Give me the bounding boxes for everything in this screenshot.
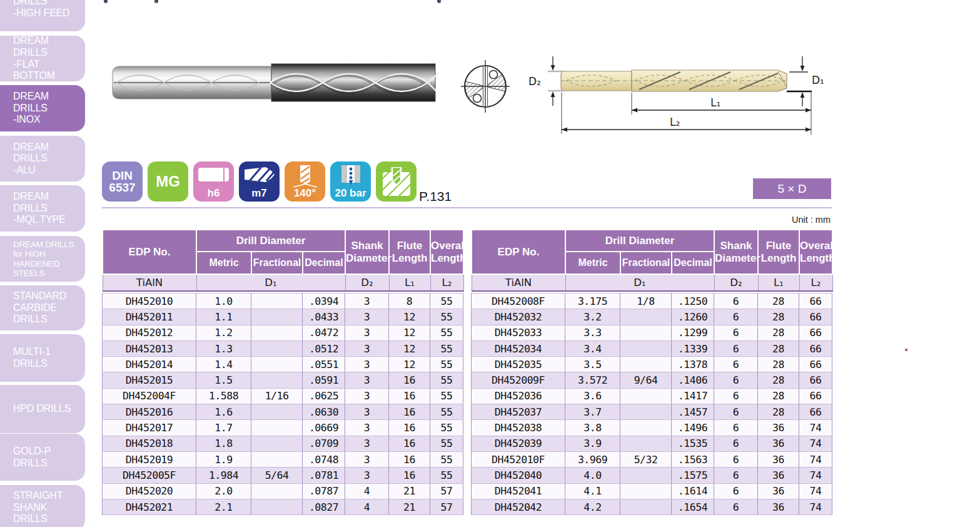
sidebar-item-dream-drills-flat-bottom[interactable]: DREAM DRILLS -FLAT BOTTOM (0, 36, 85, 81)
table-cell: 55 (430, 436, 463, 451)
table-cell: 4.0 (565, 468, 620, 483)
subheader-d2: D₂ (345, 274, 389, 291)
table-cell: 3.8 (565, 420, 620, 436)
col-header-overall: Overall Length (430, 230, 463, 274)
sidebar-item-multi-1-drills[interactable]: MULTI-1 DRILLS (0, 334, 85, 382)
table-cell: DH452038 (472, 420, 565, 436)
table-cell (620, 404, 672, 420)
table-cell: 74 (799, 468, 832, 483)
table-cell: .0781 (303, 468, 345, 483)
table-cell: 3 (345, 451, 389, 467)
table-cell: 1.4 (196, 357, 251, 372)
table-cell: 74 (799, 499, 832, 514)
table-cell: 12 (389, 309, 430, 325)
table-cell: 3.9 (565, 436, 620, 451)
coolant-pressure-badge: 20 bar (330, 161, 371, 202)
table-cell (620, 420, 672, 436)
badge-label: DIN 6537 (102, 161, 143, 202)
table-row: DH4520353.5.137862866 (472, 357, 832, 372)
table-cell: 36 (758, 499, 799, 514)
table-cell: 66 (799, 340, 832, 356)
table-cell: 21 (389, 499, 430, 514)
sidebar-item-dream-drills-inox[interactable]: DREAM DRILLS -INOX (0, 85, 85, 131)
sidebar-item-straight-shank-drills[interactable]: STRAIGHT SHANK DRILLS (0, 485, 85, 527)
table-row: DH452008F3.1751/8.125062866 (472, 294, 832, 309)
table-cell: 6 (714, 325, 758, 340)
table-cell: 28 (758, 404, 799, 420)
table-cell: .0472 (303, 325, 345, 340)
table-cell: 74 (799, 483, 832, 499)
table-cell: 36 (758, 436, 799, 451)
table-cell: 66 (799, 309, 832, 325)
table-cell: 8 (389, 294, 430, 309)
table-row: DH4520101.0.03943855 (103, 294, 463, 309)
col-header-flute: Flute Length (758, 230, 799, 274)
table-cell: 55 (430, 309, 463, 325)
table-cell: 6 (714, 404, 758, 420)
table-cell: 4.1 (565, 483, 620, 499)
table-cell: 6 (714, 420, 758, 436)
table-cell: 66 (799, 404, 832, 420)
table-cell (251, 451, 303, 467)
table-cell: 3 (345, 436, 389, 451)
table-cell: 1/8 (620, 294, 672, 309)
table-cell: 1.7 (196, 420, 251, 436)
table-cell: 57 (430, 483, 463, 499)
table-cell (251, 404, 303, 420)
table-row: DH4520161.6.063031655 (103, 404, 463, 420)
sidebar-item-dream-drills-high-hardened-steels[interactable]: DREAM DRILLS for HIGH HARDENED STEELS (0, 236, 85, 282)
table-cell (620, 468, 672, 483)
table-cell (620, 325, 672, 340)
table-cell: 6 (714, 357, 758, 372)
table-cell: 3 (345, 309, 389, 325)
feature-badges: DIN 6537 MG h6 m7 (102, 161, 417, 202)
table-cell: 36 (758, 420, 799, 436)
table-cell: 28 (758, 357, 799, 372)
table-cell: DH452004F (103, 388, 196, 404)
table-cell: 4 (345, 483, 389, 499)
table-row: DH4520323.2.126062866 (472, 309, 832, 325)
sidebar-item-standard-carbide-drills[interactable]: STANDARD CARBIDE DRILLS (0, 285, 85, 330)
col-header-flute: Flute Length (389, 230, 430, 274)
subheader-l1: L₁ (758, 274, 799, 291)
table-cell: DH452036 (472, 388, 565, 404)
table-cell: .1339 (672, 340, 714, 356)
spec-table-right: EDP No. Drill Diameter Shank Diameter Fl… (471, 229, 832, 515)
table-cell: 36 (758, 483, 799, 499)
table-cell: 2.1 (196, 499, 251, 514)
table-cell: 3.2 (565, 309, 620, 325)
sidebar-item-drills-high-feed[interactable]: DRILLS -HIGH FEED (0, 0, 85, 31)
table-cell: DH452032 (472, 309, 565, 325)
table-cell: 6 (714, 499, 758, 514)
drill-silhouette-icon (243, 165, 276, 184)
cropped-text-remnant (104, 0, 108, 3)
sidebar-item-gold-p-drills[interactable]: GOLD-P DRILLS (0, 434, 85, 481)
table-row: DH4520424.2.165463674 (472, 499, 832, 514)
subheader-coating: TiAlN (472, 274, 565, 291)
solid-drilling-badge (376, 161, 417, 202)
sidebar-item-dream-drills-mql-type[interactable]: DREAM DRILLS -MQL TYPE (0, 185, 85, 232)
table-cell: 16 (389, 420, 430, 436)
table-cell: 16 (389, 451, 430, 467)
table-row: DH452004F1.5881/16.062531655 (103, 388, 463, 404)
table-cell: DH452017 (103, 420, 196, 436)
drilling-depth-icon (381, 167, 412, 197)
table-cell: 1.6 (196, 404, 251, 420)
table-cell: 3.572 (565, 372, 620, 388)
table-cell: 16 (389, 436, 430, 451)
table-row: DH4520393.9.153563674 (472, 436, 832, 451)
spec-table-header: EDP No. Drill Diameter Shank Diameter Fl… (102, 229, 464, 292)
table-cell: DH452013 (103, 340, 196, 356)
table-cell (251, 372, 303, 388)
sidebar-item-hpd-drills[interactable]: HPD DRILLS (0, 385, 85, 433)
table-cell (251, 340, 303, 356)
table-row: DH4520404.0.157563674 (472, 468, 832, 483)
table-cell: 3 (345, 357, 389, 372)
table-cell: DH452034 (472, 340, 565, 356)
table-cell (251, 420, 303, 436)
table-cell: 66 (799, 372, 832, 388)
sidebar-item-dream-drills-alu[interactable]: DREAM DRILLS -ALU (0, 136, 85, 182)
spec-table-left: EDP No. Drill Diameter Shank Diameter Fl… (102, 229, 463, 515)
table-row: DH4520191.9.074831655 (103, 451, 463, 467)
table-cell: 1.5 (196, 372, 251, 388)
